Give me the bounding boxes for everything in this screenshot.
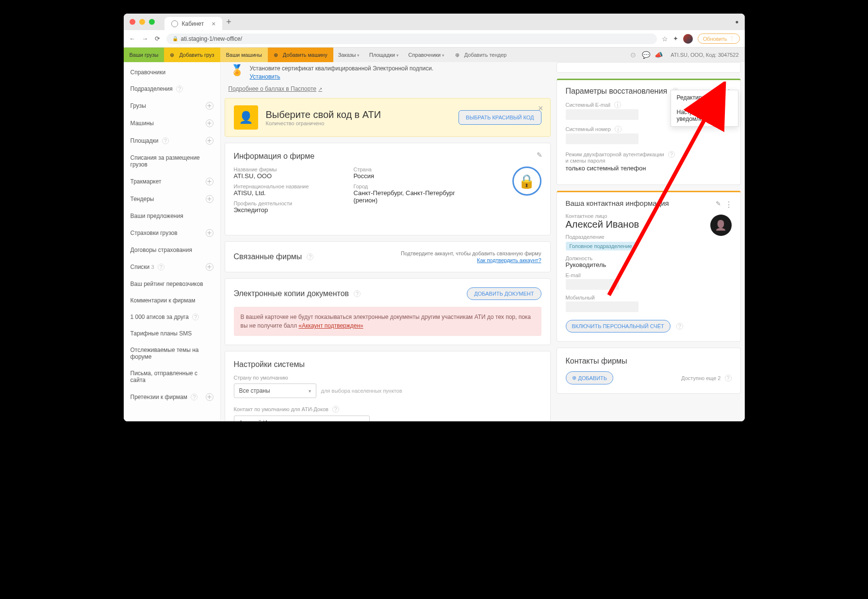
default-country-select[interactable]: Все страны: [234, 383, 316, 398]
add-contact-button[interactable]: ДОБАВИТЬ: [566, 371, 614, 384]
browser-tab[interactable]: Кабинет ×: [164, 17, 223, 31]
firm-contacts-card: Контакты фирмы ДОБАВИТЬ Доступно еще 2 ?: [557, 348, 741, 394]
sidebar-item[interactable]: Отслеживаемые темы на форуме: [124, 342, 220, 365]
new-tab-button[interactable]: +: [226, 17, 231, 27]
add-icon[interactable]: +: [206, 119, 213, 127]
promo-button[interactable]: ВЫБРАТЬ КРАСИВЫЙ КОД: [459, 110, 541, 125]
sidebar-item[interactable]: Ваш рейтинг перевозчиков: [124, 276, 220, 292]
sidebar-item[interactable]: Претензии к фирмам ?+: [124, 388, 220, 406]
passport-more-link[interactable]: Подробнее о баллах в Паспорте: [229, 85, 322, 92]
email-redacted: [566, 279, 619, 290]
sidebar-item[interactable]: Подразделения ?: [124, 81, 220, 97]
promo-close-icon[interactable]: ×: [538, 103, 543, 114]
linked-firms-card: Связанные фирмы ? Подтвердите аккаунт, ч…: [225, 241, 551, 272]
add-icon[interactable]: +: [206, 102, 213, 110]
certificate-icon: 🏅: [230, 64, 244, 78]
help-icon[interactable]: ?: [192, 314, 199, 320]
help-icon[interactable]: ?: [668, 151, 675, 158]
help-icon[interactable]: ?: [158, 264, 164, 270]
company-label[interactable]: ATI.SU, ООО, Код: 3047522: [665, 52, 744, 58]
sidebar-item[interactable]: Письма, отправленные с сайта: [124, 365, 220, 388]
enable-personal-account-button[interactable]: ВКЛЮЧИТЬ ПЕРСОНАЛЬНЫЙ СЧЁТ: [566, 320, 671, 333]
menu-notifications[interactable]: Настройки уведомлений: [671, 105, 738, 126]
nav-add-vehicle[interactable]: Добавить машину: [268, 48, 333, 62]
help-icon[interactable]: ?: [162, 137, 169, 144]
sidebar-item[interactable]: Грузы+: [124, 97, 220, 115]
add-icon[interactable]: +: [206, 229, 213, 237]
promo-banner: Выберите свой код в АТИ Количество огран…: [225, 98, 551, 137]
favicon-icon: [171, 20, 178, 27]
account-confirmed-link[interactable]: «Аккаунт подтвержден»: [298, 322, 363, 329]
recovery-dropdown-menu: Редактировать Настройки уведомлений: [671, 90, 738, 127]
nav-your-cargo[interactable]: Ваши грузы: [124, 48, 164, 62]
add-icon[interactable]: +: [206, 137, 213, 145]
edit-icon[interactable]: ✎: [537, 151, 542, 159]
add-icon[interactable]: +: [206, 263, 213, 271]
confirm-account-link[interactable]: Как подтвердить аккаунт?: [401, 257, 541, 263]
company-info-card: ✎ Информация о фирме Название фирмы ATI.…: [225, 143, 551, 235]
refresh-button[interactable]: Обновить ⋮: [698, 33, 740, 44]
promo-illustration: [234, 105, 258, 130]
help-icon[interactable]: ⊙: [627, 51, 639, 59]
tab-close-icon[interactable]: ×: [212, 20, 215, 28]
sidebar-item[interactable]: Тарифные планы SMS: [124, 325, 220, 342]
cert-text: Установите сертификат квалифицированной …: [250, 64, 434, 73]
default-contact-select[interactable]: Алексей Иванов: [234, 416, 370, 421]
sidebar-item[interactable]: Комментарии к фирмам: [124, 292, 220, 309]
help-icon[interactable]: ?: [354, 290, 360, 297]
sidebar-item[interactable]: Списания за размещение грузов: [124, 150, 220, 173]
announce-icon[interactable]: 📣: [652, 51, 665, 59]
add-icon[interactable]: +: [206, 178, 213, 185]
window-maximize[interactable]: [149, 19, 155, 25]
help-icon[interactable]: ?: [676, 323, 683, 330]
help-icon[interactable]: ?: [176, 85, 183, 92]
sidebar-item[interactable]: 1 000 атисов за друга ?: [124, 309, 220, 325]
install-link[interactable]: Установить: [250, 73, 280, 80]
sidebar-item[interactable]: Тендеры+: [124, 190, 220, 208]
chat-icon[interactable]: 💬: [639, 51, 652, 59]
help-icon[interactable]: i: [614, 101, 621, 108]
department-tag[interactable]: Головное подразделение: [566, 242, 636, 250]
window-minimize[interactable]: [139, 19, 145, 25]
mobile-redacted: [566, 301, 639, 312]
sidebar-item[interactable]: Списки 3 ?+: [124, 258, 220, 276]
sidebar-item[interactable]: Машины+: [124, 115, 220, 132]
sidebar-item[interactable]: Справочники: [124, 64, 220, 81]
add-document-button[interactable]: ДОБАВИТЬ ДОКУМЕНТ: [467, 287, 541, 300]
nav-forward-icon[interactable]: →: [141, 35, 149, 43]
nav-back-icon[interactable]: ←: [129, 35, 136, 43]
browser-titlebar: Кабинет × + ●: [124, 14, 745, 30]
app-top-menu: Ваши грузы Добавить груз Ваши машины Доб…: [124, 48, 745, 62]
extensions-icon[interactable]: ✦: [673, 35, 678, 42]
nav-reload-icon[interactable]: ⟳: [154, 35, 162, 43]
profile-indicator-icon[interactable]: ●: [735, 18, 738, 25]
help-icon[interactable]: ?: [332, 406, 339, 413]
nav-your-vehicles[interactable]: Ваши машины: [220, 48, 268, 62]
profile-avatar-icon[interactable]: [683, 34, 693, 44]
bookmark-icon[interactable]: ☆: [662, 35, 668, 43]
edit-icon[interactable]: ✎: [716, 200, 721, 207]
nav-orders[interactable]: Заказы: [333, 52, 364, 58]
nav-directories[interactable]: Справочники: [404, 52, 449, 58]
url-input[interactable]: 🔒 ati.staging-1/new-office/: [166, 33, 657, 44]
help-icon[interactable]: ?: [191, 394, 197, 400]
sidebar-item[interactable]: Площадки ?+: [124, 132, 220, 150]
sidebar-item[interactable]: Договоры страхования: [124, 242, 220, 258]
help-icon[interactable]: i: [615, 126, 622, 133]
add-icon[interactable]: +: [206, 195, 213, 203]
nav-add-cargo[interactable]: Добавить груз: [164, 48, 220, 62]
window-close[interactable]: [130, 19, 135, 25]
sidebar-item[interactable]: Тракмаркет+: [124, 173, 220, 190]
add-icon[interactable]: +: [206, 393, 213, 401]
help-icon[interactable]: ?: [725, 375, 732, 382]
nav-add-tender[interactable]: Добавить тендер: [449, 48, 512, 62]
more-icon[interactable]: ⋮: [725, 200, 733, 209]
documents-card: Электронные копии документов ? ДОБАВИТЬ …: [225, 278, 551, 345]
sidebar-item[interactable]: Страховки грузов+: [124, 224, 220, 242]
help-icon[interactable]: ?: [307, 253, 313, 260]
menu-edit[interactable]: Редактировать: [671, 90, 738, 105]
promo-title: Выберите свой код в АТИ: [266, 109, 381, 120]
nav-platforms[interactable]: Площадки: [364, 52, 404, 58]
url-text: ati.staging-1/new-office/: [181, 35, 243, 42]
sidebar-item[interactable]: Ваши предложения: [124, 208, 220, 224]
